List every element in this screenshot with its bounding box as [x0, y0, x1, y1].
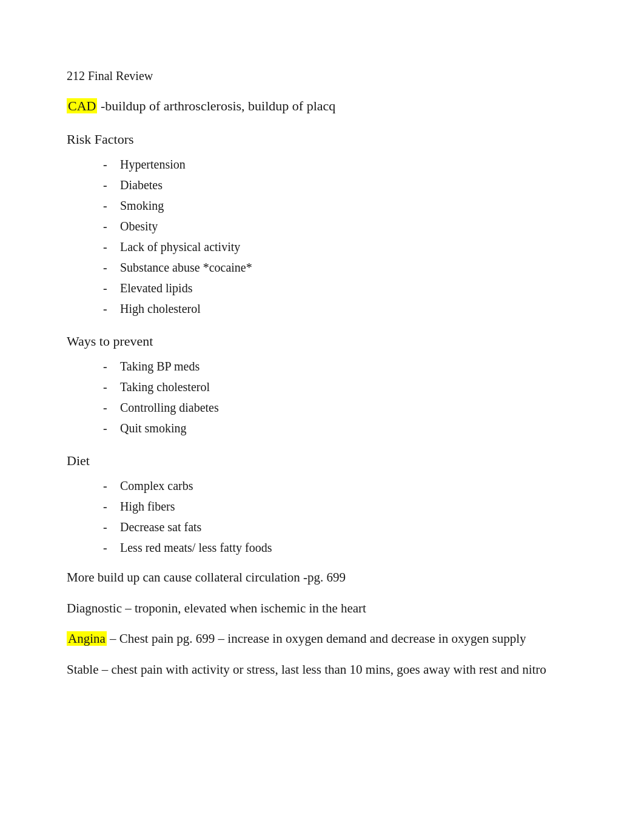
cad-description: -buildup of arthrosclerosis, buildup of … [97, 98, 335, 113]
list-item: Elevated lipids [103, 279, 583, 297]
list-item: Complex carbs [103, 477, 583, 495]
list-item: High fibers [103, 497, 583, 515]
page-title: 212 Final Review [67, 67, 583, 85]
list-item: Smoking [103, 196, 583, 215]
list-item: Obesity [103, 217, 583, 235]
diet-heading: Diet [67, 451, 583, 471]
angina-label: Angina [67, 631, 107, 646]
risk-factors-list: Hypertension Diabetes Smoking Obesity La… [103, 155, 583, 318]
cad-label: CAD [67, 98, 97, 113]
stable-text: Stable – chest pain with activity or str… [67, 660, 583, 680]
list-item: Diabetes [103, 176, 583, 194]
list-item: Substance abuse *cocaine* [103, 258, 583, 277]
list-item: High cholesterol [103, 300, 583, 318]
ways-to-prevent-list: Taking BP meds Taking cholesterol Contro… [103, 357, 583, 437]
collateral-text: More build up can cause collateral circu… [67, 568, 583, 588]
list-item: Hypertension [103, 155, 583, 173]
risk-factors-heading: Risk Factors [67, 129, 583, 149]
cad-line: CAD -buildup of arthrosclerosis, buildup… [67, 96, 583, 116]
list-item: Controlling diabetes [103, 398, 583, 417]
list-item: Less red meats/ less fatty foods [103, 538, 583, 557]
list-item: Decrease sat fats [103, 518, 583, 536]
list-item: Taking BP meds [103, 357, 583, 375]
angina-paragraph: Angina – Chest pain pg. 699 – increase i… [67, 629, 583, 649]
list-item: Taking cholesterol [103, 378, 583, 396]
angina-description: – Chest pain pg. 699 – increase in oxyge… [107, 631, 526, 646]
ways-to-prevent-heading: Ways to prevent [67, 331, 583, 351]
diet-list: Complex carbs High fibers Decrease sat f… [103, 477, 583, 557]
list-item: Quit smoking [103, 419, 583, 437]
diagnostic-text: Diagnostic – troponin, elevated when isc… [67, 599, 583, 619]
list-item: Lack of physical activity [103, 238, 583, 256]
